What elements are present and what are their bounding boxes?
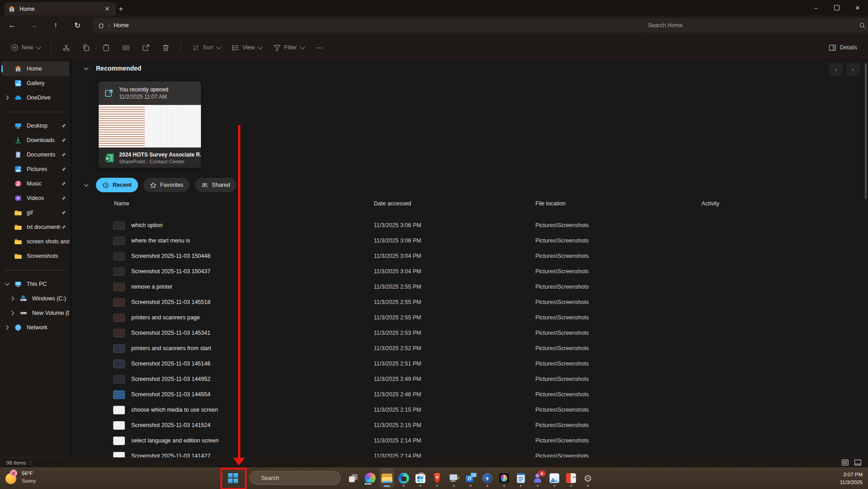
rename-button[interactable]: A <box>117 40 134 55</box>
view-button[interactable]: View <box>227 40 266 55</box>
start-button[interactable] <box>221 468 245 488</box>
file-row[interactable]: printers and scanners page11/3/2025 2:55… <box>72 310 868 326</box>
sidebar-item-desktop[interactable]: Desktop <box>1 119 69 133</box>
sidebar-item-videos[interactable]: Videos <box>1 191 69 205</box>
more-options-button[interactable]: ⋯ <box>311 40 328 55</box>
file-row[interactable]: printers and scanners from start11/3/202… <box>72 341 868 356</box>
sidebar-item-gif[interactable]: gif <box>1 205 69 220</box>
file-row[interactable]: remove a printer11/3/2025 2:55 PMPicture… <box>72 280 868 295</box>
recommended-collapse-chevron-icon[interactable] <box>83 65 90 72</box>
file-row[interactable]: Screenshot 2025-11-03 14495211/3/2025 2:… <box>72 372 868 387</box>
new-button[interactable]: New <box>6 40 44 55</box>
file-row[interactable]: where the start menu is11/3/2025 3:06 PM… <box>72 233 868 249</box>
sidebar-item-onedrive[interactable]: OneDrive <box>1 90 69 105</box>
column-header-date-accessed[interactable]: Date accessed <box>374 200 411 207</box>
sidebar-item-screen-shots-and-pi[interactable]: screen shots and pi <box>1 234 69 249</box>
search-box[interactable] <box>643 18 868 33</box>
file-row[interactable]: Screenshot 2025-11-03 14142711/3/2025 2:… <box>72 449 868 457</box>
recommended-next-button[interactable]: › <box>846 63 860 76</box>
taskbar-clock[interactable]: 3:07 PM 11/3/2025 <box>840 471 863 486</box>
details-pane-button[interactable]: Details <box>824 40 862 55</box>
file-name: Screenshot 2025-11-03 145146 <box>131 361 210 367</box>
refresh-button[interactable]: ↻ <box>70 18 85 33</box>
taskbar-search-input[interactable] <box>260 475 335 482</box>
tab-recent[interactable]: Recent <box>96 178 138 192</box>
breadcrumb: Home <box>114 22 129 28</box>
chevron-right-icon[interactable] <box>7 309 19 317</box>
taskbar-icon-edge-work[interactable] <box>397 469 410 488</box>
thumbnail-view-toggle-icon[interactable] <box>854 459 862 466</box>
chevron-right-icon[interactable] <box>1 94 13 101</box>
taskbar-icon-file-explorer[interactable] <box>380 469 394 488</box>
sidebar-item-new-volume-d-[interactable]: New Volume (D:) <box>1 306 69 320</box>
copy-button[interactable] <box>77 40 95 55</box>
weather-widget[interactable]: 5 56°F Sunny <box>5 470 36 485</box>
recommended-prev-button[interactable]: ‹ <box>829 63 843 76</box>
taskbar-icon-photos[interactable] <box>548 469 561 488</box>
details-view-toggle-icon[interactable] <box>841 459 849 466</box>
sidebar-item-gallery[interactable]: Gallery <box>1 76 69 90</box>
taskbar-icon-blue-plus-app[interactable]: + <box>481 469 494 488</box>
sort-button[interactable]: Sort <box>187 40 224 55</box>
file-row[interactable]: which option11/3/2025 3:06 PMPictures\Sc… <box>72 218 868 233</box>
column-header-name[interactable]: Name <box>114 200 129 207</box>
sidebar-item-music[interactable]: Music <box>1 176 69 191</box>
taskbar-icon-snipping-tool[interactable]: ✂ <box>564 469 578 488</box>
delete-button[interactable] <box>157 40 174 55</box>
sidebar-item-network[interactable]: Network <box>1 320 69 335</box>
address-bar[interactable]: › Home <box>93 18 643 33</box>
maximize-button[interactable] <box>826 0 847 15</box>
close-button[interactable]: ✕ <box>847 0 868 15</box>
forward-button[interactable]: → <box>26 18 42 33</box>
sidebar-item-pictures[interactable]: Pictures <box>1 162 69 176</box>
sidebar-item-documents[interactable]: Documents <box>1 147 69 162</box>
minimize-button[interactable]: – <box>806 0 826 15</box>
sidebar-item-windows-c-[interactable]: Windows (C:) <box>1 291 69 306</box>
sidebar-item-txt-documents[interactable]: txt documents <box>1 220 69 234</box>
sidebar-item-home[interactable]: Home <box>1 62 69 76</box>
vertical-scrollbar[interactable] <box>865 63 867 199</box>
taskbar-icon-brave[interactable] <box>430 469 444 488</box>
column-header-file-location[interactable]: File location <box>535 200 566 207</box>
tab-shared[interactable]: Shared <box>195 178 236 192</box>
explorer-tab-home[interactable]: Home ✕ <box>5 2 116 15</box>
file-row[interactable]: choose which media to use screen11/3/202… <box>72 403 868 418</box>
sidebar-item-screenshots[interactable]: Screenshots <box>1 249 69 263</box>
file-row[interactable]: Screenshot 2025-11-03 14152411/3/2025 2:… <box>72 418 868 433</box>
file-row[interactable]: Screenshot 2025-11-03 14534111/3/2025 2:… <box>72 326 868 341</box>
taskbar-icon-designer[interactable] <box>497 469 511 488</box>
file-row[interactable]: Screenshot 2025-11-03 14455411/3/2025 2:… <box>72 387 868 403</box>
share-button[interactable] <box>137 40 154 55</box>
taskbar-icon-notepad[interactable] <box>514 469 528 488</box>
file-row[interactable]: Screenshot 2025-11-03 15043711/3/2025 3:… <box>72 264 868 280</box>
tab-close-icon[interactable]: ✕ <box>102 4 112 14</box>
file-row[interactable]: Screenshot 2025-11-03 14551811/3/2025 2:… <box>72 295 868 310</box>
file-row[interactable]: Screenshot 2025-11-03 15044811/3/2025 3:… <box>72 249 868 264</box>
sidebar-item-this-pc[interactable]: This PC <box>1 277 69 291</box>
taskbar-icon-remote-desktop[interactable]: ⚡ <box>447 469 461 488</box>
taskbar-icon-microsoft-store[interactable] <box>414 469 427 488</box>
recent-collapse-chevron-icon[interactable] <box>83 182 90 189</box>
tab-favorites[interactable]: Favorites <box>143 178 190 192</box>
search-input[interactable] <box>647 22 859 29</box>
recommended-file-card[interactable]: You recently opened 11/2/2025 11:07 AM 2… <box>99 81 201 168</box>
taskbar-icon-outlook[interactable]: O <box>464 469 477 488</box>
taskbar-icon-task-view[interactable] <box>347 469 360 488</box>
cut-button[interactable] <box>57 40 75 55</box>
taskbar-icon-teams[interactable]: 6 <box>531 469 544 488</box>
chevron-right-icon[interactable] <box>1 324 13 331</box>
up-button[interactable]: ↑ <box>48 18 63 33</box>
chevron-right-icon[interactable] <box>7 295 19 302</box>
new-tab-button[interactable]: + <box>115 4 127 14</box>
taskbar-icon-settings[interactable]: ⚙ <box>581 469 595 488</box>
taskbar-icon-copilot-m365[interactable]: M365 <box>363 469 377 488</box>
sidebar-item-downloads[interactable]: Downloads <box>1 133 69 147</box>
file-row[interactable]: select language and edition screen11/3/2… <box>72 433 868 449</box>
taskbar-search[interactable] <box>249 471 341 485</box>
file-row[interactable]: Screenshot 2025-11-03 14514611/3/2025 2:… <box>72 356 868 372</box>
column-header-activity[interactable]: Activity <box>701 200 720 207</box>
back-button[interactable]: ← <box>5 18 20 33</box>
filter-button[interactable]: Filter <box>269 40 308 55</box>
chevron-down-icon[interactable] <box>1 280 13 288</box>
paste-button[interactable] <box>97 40 114 55</box>
